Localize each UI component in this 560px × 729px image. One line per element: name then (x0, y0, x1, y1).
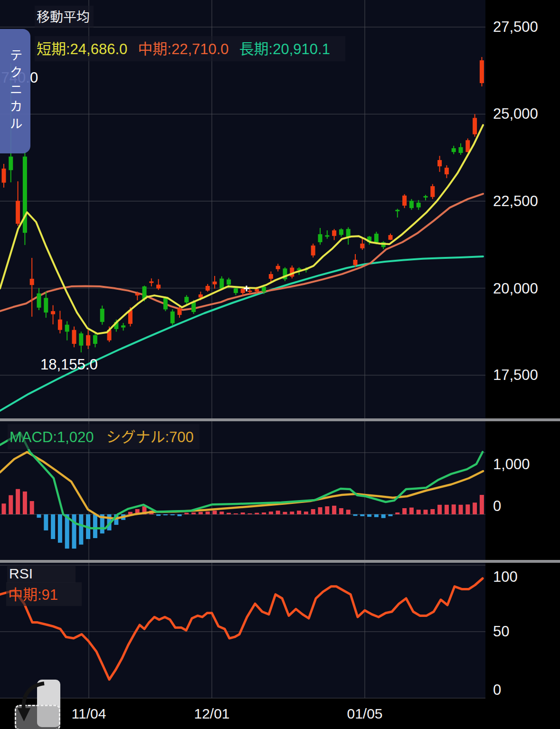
ma-long-value: 長期:20,910.1 (239, 41, 330, 57)
price-tick-22500: 22,500 (493, 193, 538, 210)
technical-tab[interactable]: テクニカル (0, 29, 30, 153)
macd-tick-0: 0 (493, 498, 501, 515)
technical-tab-label: テクニカル (6, 48, 25, 134)
rotate-arrow-icon (15, 679, 60, 729)
price-tick-27500: 27,500 (493, 19, 538, 36)
rsi-tick-100: 100 (493, 568, 518, 586)
rotate-screen-button[interactable] (15, 679, 60, 729)
signal-value: シグナル:700 (106, 429, 193, 445)
rsi-tick-50: 50 (493, 623, 509, 640)
ma-mid-value: 中期:22,710.0 (138, 41, 228, 57)
price-tick-17500: 17,500 (493, 367, 538, 384)
macd-tick-1000: 1,000 (493, 456, 530, 473)
price-tick-20000: 20,000 (493, 280, 538, 297)
macd-value: MACD:1,020 (9, 429, 94, 445)
low-price-annotation: 18,155.0 (40, 356, 98, 373)
rsi-legend-title: RSI (7, 565, 76, 583)
date-tick-0105: 01/05 (347, 706, 382, 722)
ma-short-value: 短期:24,686.0 (37, 41, 127, 57)
rsi-tick-0: 0 (493, 682, 501, 699)
macd-legend: MACD:1,020シグナル:700 (8, 424, 199, 449)
price-tick-25000: 25,000 (493, 105, 538, 123)
technical-chart-screen: 移動平均 短期:24,686.0中期:22,710.0長期:20,910.1 ,… (0, 0, 560, 729)
date-tick-1104: 11/04 (72, 706, 106, 722)
ma-legend-values: 短期:24,686.0中期:22,710.0長期:20,910.1 (35, 36, 345, 61)
date-tick-1201: 12/01 (194, 706, 229, 722)
rsi-mid-value: 中期:91 (6, 582, 82, 606)
ma-legend-title: 移動平均 (35, 6, 94, 28)
